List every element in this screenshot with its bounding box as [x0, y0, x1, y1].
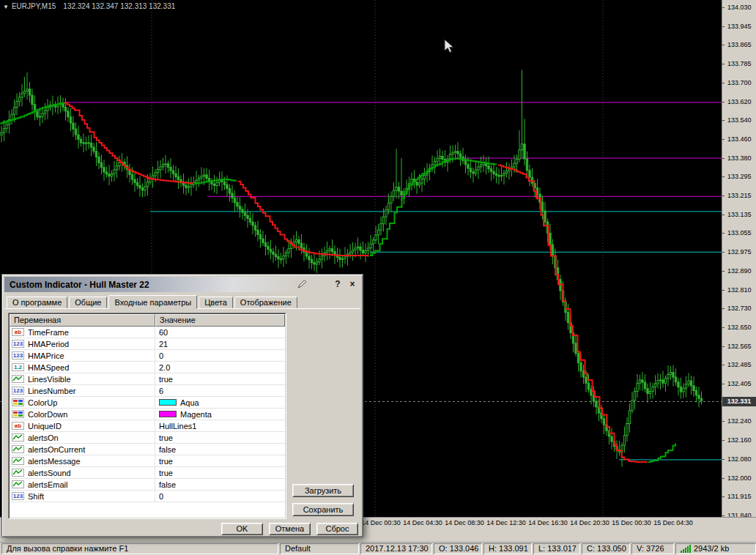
- price-scale-label: 132.000: [727, 474, 752, 482]
- param-name-cell[interactable]: ColorUp: [10, 397, 155, 408]
- cancel-button[interactable]: Отмена: [269, 523, 311, 535]
- status-bar: Для вызова справки нажмите F1 Default 20…: [0, 542, 756, 555]
- param-row-TimeFrame[interactable]: abTimeFrame60: [10, 327, 285, 338]
- dialog-title: Custom Indicator - Hull Master 22: [10, 280, 149, 290]
- param-name-cell[interactable]: alertsOnCurrent: [10, 444, 155, 455]
- param-value-cell[interactable]: true: [155, 455, 285, 466]
- price-scale-tick: [722, 120, 724, 121]
- param-name-cell[interactable]: alertsMessage: [10, 455, 155, 466]
- price-scale-label: 133.620: [727, 98, 752, 105]
- price-scale-label: 132.405: [727, 380, 752, 387]
- param-name-cell[interactable]: alertsEmail: [10, 479, 155, 490]
- reset-button[interactable]: Сброс: [316, 523, 358, 535]
- param-name: ColorDown: [28, 410, 67, 419]
- param-value-cell[interactable]: true: [155, 467, 285, 478]
- column-header-value[interactable]: Значение: [155, 314, 285, 327]
- price-scale-label: 133.540: [727, 116, 752, 124]
- param-row-ColorUp[interactable]: ColorUpAqua: [10, 397, 285, 409]
- price-scale-label: 132.650: [727, 324, 752, 331]
- dialog-titlebar[interactable]: Custom Indicator - Hull Master 22: [4, 277, 360, 292]
- param-name-cell[interactable]: alertsOn: [10, 432, 155, 443]
- param-type-int-icon: 123: [12, 387, 24, 395]
- price-scale-label: 133.785: [727, 60, 752, 67]
- price-scale-label: 133.135: [727, 211, 752, 218]
- param-name-cell[interactable]: 123Shift: [10, 491, 155, 502]
- param-row-ColorDown[interactable]: ColorDownMagenta: [10, 409, 285, 420]
- price-scale-label: 133.295: [727, 173, 752, 180]
- tab-common[interactable]: Общие: [69, 297, 107, 308]
- price-scale-tick: [722, 252, 724, 253]
- param-value: 2.0: [159, 363, 170, 372]
- status-profile[interactable]: Default: [280, 543, 359, 554]
- ok-button[interactable]: OK: [221, 523, 263, 535]
- param-value-cell[interactable]: false: [155, 444, 285, 455]
- param-type-str-icon: ab: [12, 422, 24, 430]
- param-name-cell[interactable]: 123LinesNumber: [10, 385, 155, 396]
- param-name: TimeFrame: [28, 328, 69, 337]
- param-value-cell[interactable]: true: [155, 373, 285, 384]
- param-name: HMAPrice: [28, 351, 64, 360]
- close-button[interactable]: ×: [346, 279, 358, 290]
- param-row-alertsEmail[interactable]: alertsEmailfalse: [10, 479, 285, 491]
- param-name: alertsMessage: [28, 457, 81, 466]
- param-row-alertsOnCurrent[interactable]: alertsOnCurrentfalse: [10, 444, 285, 455]
- current-price-badge: 132.331: [722, 397, 756, 406]
- param-value-cell[interactable]: Magenta: [155, 409, 285, 420]
- param-value: false: [159, 445, 176, 454]
- param-value-cell[interactable]: false: [155, 479, 285, 490]
- param-name-cell[interactable]: 1.2HMASpeed: [10, 362, 155, 373]
- price-scale-tick: [722, 327, 724, 328]
- param-value-cell[interactable]: 60: [155, 327, 285, 338]
- param-value-cell[interactable]: 6: [155, 385, 285, 396]
- param-row-Shift[interactable]: 123Shift0: [10, 491, 285, 502]
- price-scale-tick: [722, 478, 724, 479]
- param-row-LinesVisible[interactable]: LinesVisibletrue: [10, 373, 285, 385]
- param-name: alertsOnCurrent: [28, 445, 85, 454]
- load-button[interactable]: Загрузить: [292, 484, 354, 497]
- save-button[interactable]: Сохранить: [292, 503, 354, 516]
- status-low: L: 133.017: [533, 543, 580, 554]
- param-row-LinesNumber[interactable]: 123LinesNumber6: [10, 385, 285, 397]
- param-name-cell[interactable]: alertsSound: [10, 467, 155, 478]
- param-row-UniqueID[interactable]: abUniqueIDHullLines1: [10, 420, 285, 432]
- price-scale-label: 132.810: [727, 286, 752, 294]
- price-scale-label: 132.240: [727, 417, 752, 425]
- tab-inputs[interactable]: Входные параметры: [108, 295, 197, 309]
- column-header-variable[interactable]: Переменная: [10, 314, 155, 327]
- price-scale-tick: [722, 139, 724, 140]
- param-value-cell[interactable]: true: [155, 432, 285, 443]
- indicator-properties-dialog: Custom Indicator - Hull Master 22 ? × О …: [1, 274, 363, 537]
- param-name-cell[interactable]: LinesVisible: [10, 373, 155, 384]
- param-row-HMAPeriod[interactable]: 123HMAPeriod21: [10, 338, 285, 350]
- param-value-cell[interactable]: Aqua: [155, 397, 285, 408]
- param-value-cell[interactable]: HullLines1: [155, 420, 285, 431]
- price-scale[interactable]: 134.030133.945133.865133.785133.700133.6…: [722, 0, 756, 517]
- help-button[interactable]: ?: [332, 279, 344, 290]
- param-row-alertsMessage[interactable]: alertsMessagetrue: [10, 455, 285, 467]
- param-value: 6: [159, 387, 163, 395]
- param-row-alertsSound[interactable]: alertsSoundtrue: [10, 467, 285, 479]
- hull-line-down: [238, 182, 369, 256]
- param-value-cell[interactable]: 0: [155, 350, 285, 361]
- mouse-cursor-icon: [444, 39, 454, 56]
- param-name-cell[interactable]: abTimeFrame: [10, 327, 155, 338]
- param-name-cell[interactable]: abUniqueID: [10, 420, 155, 431]
- param-name-cell[interactable]: 123HMAPeriod: [10, 338, 155, 349]
- param-value-cell[interactable]: 2.0: [155, 362, 285, 373]
- price-scale-tick: [722, 158, 724, 159]
- param-row-HMASpeed[interactable]: 1.2HMASpeed2.0: [10, 362, 285, 373]
- param-name: HMAPeriod: [28, 340, 69, 349]
- price-scale-label: 133.460: [727, 135, 752, 143]
- tab-colors[interactable]: Цвета: [199, 297, 233, 308]
- tab-about[interactable]: О программе: [7, 297, 67, 308]
- param-name-cell[interactable]: ColorDown: [10, 409, 155, 420]
- param-value-cell[interactable]: 21: [155, 338, 285, 349]
- price-scale-label: 132.565: [727, 343, 752, 350]
- param-row-HMAPrice[interactable]: 123HMAPrice0: [10, 350, 285, 362]
- param-value-cell[interactable]: 0: [155, 491, 285, 502]
- param-value: HullLines1: [159, 422, 196, 431]
- price-scale-tick: [722, 195, 724, 196]
- tab-visualization[interactable]: Отображение: [234, 297, 297, 308]
- param-row-alertsOn[interactable]: alertsOntrue: [10, 432, 285, 444]
- param-name-cell[interactable]: 123HMAPrice: [10, 350, 155, 361]
